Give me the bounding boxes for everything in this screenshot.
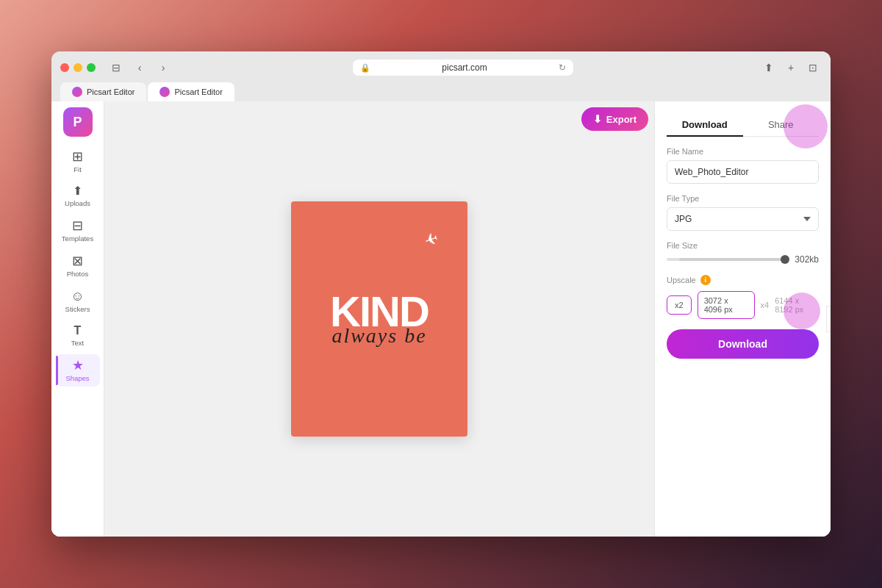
file-size-slider-track: [667, 258, 789, 261]
sidebar-label-stickers: Stickers: [65, 305, 90, 313]
close-button[interactable]: [60, 63, 69, 72]
sidebar-item-text[interactable]: T Text: [56, 320, 100, 351]
file-size-group: File Size 302kb: [667, 241, 819, 265]
browser-chrome: ⊟ ‹ › 🔒 picsart.com ↻ ⬆ + ⊡ Picsart Edit…: [51, 51, 831, 101]
tab-1[interactable]: Picsart Editor: [60, 82, 146, 101]
panel-tabs: Download Share: [667, 113, 819, 137]
share-browser-icon[interactable]: ⬆: [760, 59, 778, 76]
traffic-lights: [60, 63, 96, 72]
app-area: P ⊞ Fit ⬆ Uploads ⊟ Templates ⊠ Photos ☺…: [51, 101, 831, 537]
photos-icon: ⊠: [72, 254, 83, 268]
fit-icon: ⊞: [72, 150, 83, 163]
file-size-label: File Size: [667, 241, 819, 250]
upscale-x2-dimensions: 3072 x 4096 px: [698, 291, 755, 319]
tab-1-favicon: [72, 87, 82, 97]
new-tab-icon[interactable]: +: [782, 59, 800, 76]
canvas-card: ✈ KIND always be: [291, 201, 467, 437]
file-type-group: File Type JPG PNG PDF WEBP: [667, 194, 819, 231]
tab-2-label: Picsart Editor: [174, 87, 222, 96]
canvas-always-text: always be: [331, 324, 426, 348]
templates-icon: ⊟: [72, 219, 83, 232]
maximize-button[interactable]: [87, 63, 96, 72]
sidebar-label-fit: Fit: [74, 165, 82, 173]
stickers-icon: ☺: [71, 290, 84, 303]
sidebar-item-templates[interactable]: ⊟ Templates: [56, 215, 100, 247]
upscale-x4-dimensions: 6144 x 8192 px: [775, 296, 819, 314]
sidebar-label-shapes: Shapes: [65, 374, 89, 382]
tab-download[interactable]: Download: [667, 113, 743, 136]
sidebar-label-photos: Photos: [67, 270, 89, 278]
file-name-group: File Name: [667, 147, 819, 184]
text-icon: T: [74, 325, 82, 337]
export-button[interactable]: ⬇ Export: [581, 107, 648, 131]
upscale-x2-button[interactable]: x2: [667, 295, 692, 315]
tabs-overview-icon[interactable]: ⊡: [804, 59, 822, 76]
upscale-x4-label[interactable]: x4: [761, 301, 770, 309]
tabs-bar: Picsart Editor Picsart Editor: [60, 82, 822, 101]
reload-icon[interactable]: ↻: [559, 62, 566, 73]
forward-icon[interactable]: ›: [154, 59, 172, 76]
address-bar[interactable]: 🔒 picsart.com ↻: [353, 60, 573, 76]
sidebar-label-templates: Templates: [62, 234, 93, 243]
tab-share[interactable]: Share: [743, 113, 820, 136]
sidebar-item-stickers[interactable]: ☺ Stickers: [56, 285, 100, 318]
file-type-select[interactable]: JPG PNG PDF WEBP: [667, 207, 819, 231]
picsart-logo[interactable]: P: [63, 107, 93, 137]
lock-icon: 🔒: [360, 63, 370, 73]
export-icon: ⬇: [593, 113, 602, 125]
sidebar-label-uploads: Uploads: [65, 199, 90, 207]
tab-2[interactable]: Picsart Editor: [148, 82, 234, 101]
upscale-section: Upscale i x2 3072 x 4096 px x4 6144 x 81…: [667, 275, 819, 319]
sidebar-item-shapes[interactable]: ★ Shapes: [56, 354, 100, 387]
canvas-area: ⬇ Export ✈ KIND always be: [104, 101, 654, 537]
tab-2-favicon: [159, 87, 170, 97]
tab-1-label: Picsart Editor: [87, 87, 135, 96]
shapes-icon: ★: [72, 359, 84, 372]
bird-decoration: ✈: [422, 229, 441, 252]
upscale-label-row: Upscale i: [667, 275, 819, 285]
download-button[interactable]: Download: [667, 329, 819, 359]
file-size-slider-thumb[interactable]: [781, 255, 789, 264]
upscale-info-icon[interactable]: i: [700, 275, 711, 285]
browser-window: ⊟ ‹ › 🔒 picsart.com ↻ ⬆ + ⊡ Picsart Edit…: [51, 51, 831, 537]
right-panel: Download Share File Name File Type JPG P…: [654, 101, 831, 537]
back-icon[interactable]: ‹: [131, 59, 148, 76]
collapse-sidebar-button[interactable]: ›: [826, 306, 831, 332]
active-bar: [56, 356, 58, 385]
sidebar: P ⊞ Fit ⬆ Uploads ⊟ Templates ⊠ Photos ☺…: [51, 101, 104, 537]
upscale-label: Upscale: [667, 276, 696, 284]
file-name-label: File Name: [667, 147, 819, 156]
file-size-slider-fill: [679, 258, 789, 261]
sidebar-label-text: Text: [71, 339, 84, 347]
file-type-label: File Type: [667, 194, 819, 203]
file-name-input[interactable]: [667, 160, 819, 184]
file-size-value: 302kb: [795, 254, 819, 265]
uploads-icon: ⬆: [73, 185, 82, 197]
url-text: picsart.com: [375, 62, 554, 73]
minimize-button[interactable]: [74, 63, 82, 72]
sidebar-item-uploads[interactable]: ⬆ Uploads: [56, 181, 100, 212]
upscale-options: x2 3072 x 4096 px x4 6144 x 8192 px: [667, 291, 819, 319]
sidebar-toggle-icon[interactable]: ⊟: [107, 59, 125, 76]
file-size-row: 302kb: [667, 254, 819, 265]
export-label: Export: [606, 114, 637, 125]
sidebar-item-fit[interactable]: ⊞ Fit: [56, 146, 100, 178]
sidebar-item-photos[interactable]: ⊠ Photos: [56, 250, 100, 282]
